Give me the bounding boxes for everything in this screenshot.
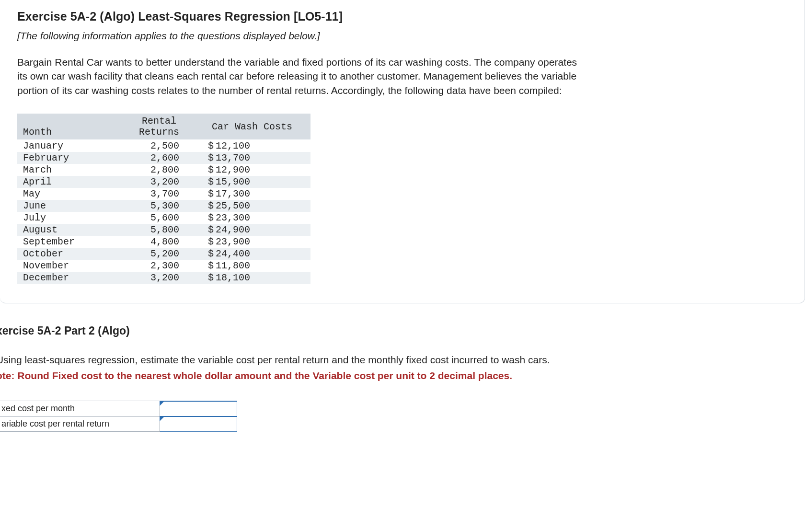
returns-cell: 4,800 [125, 236, 194, 248]
currency-cell: $ [194, 188, 214, 200]
cell-marker-icon [160, 401, 164, 406]
cost-cell: 24,900 [214, 224, 310, 236]
currency-cell: $ [194, 248, 214, 260]
returns-cell: 2,800 [125, 164, 194, 176]
part2-note: ote: Round Fixed cost to the nearest who… [0, 370, 805, 382]
table-row: ariable cost per rental return [0, 416, 237, 432]
exercise-body: Bargain Rental Car wants to better under… [17, 55, 583, 97]
table-row: April3,200$15,900 [17, 176, 310, 188]
table-row: December3,200$18,100 [17, 272, 310, 284]
table-row: October5,200$24,400 [17, 248, 310, 260]
currency-cell: $ [194, 272, 214, 284]
cost-cell: 24,400 [214, 248, 310, 260]
returns-cell: 5,600 [125, 212, 194, 224]
returns-cell: 5,300 [125, 200, 194, 212]
currency-cell: $ [194, 224, 214, 236]
fixed-cost-label: xed cost per month [0, 401, 160, 416]
returns-cell: 2,300 [125, 260, 194, 272]
month-cell: May [17, 188, 125, 200]
returns-cell: 3,200 [125, 176, 194, 188]
cost-cell: 15,900 [214, 176, 310, 188]
cost-cell: 13,700 [214, 152, 310, 164]
variable-cost-label: ariable cost per rental return [0, 416, 160, 432]
month-cell: January [17, 140, 125, 152]
cost-cell: 17,300 [214, 188, 310, 200]
part2-title: xercise 5A-2 Part 2 (Algo) [0, 324, 805, 337]
fixed-cost-input[interactable] [160, 402, 237, 416]
cell-marker-icon [160, 416, 164, 421]
table-row: xed cost per month [0, 401, 237, 416]
part2-question: Using least-squares regression, estimate… [0, 353, 600, 367]
fixed-cost-cell[interactable] [160, 401, 237, 416]
currency-cell: $ [194, 152, 214, 164]
returns-cell: 5,800 [125, 224, 194, 236]
cost-cell: 12,900 [214, 164, 310, 176]
table-row: June5,300$25,500 [17, 200, 310, 212]
currency-cell: $ [194, 140, 214, 152]
month-cell: February [17, 152, 125, 164]
table-row: March2,800$12,900 [17, 164, 310, 176]
currency-cell: $ [194, 200, 214, 212]
cost-cell: 25,500 [214, 200, 310, 212]
returns-cell: 5,200 [125, 248, 194, 260]
table-row: January2,500$12,100 [17, 140, 310, 152]
month-cell: July [17, 212, 125, 224]
cost-cell: 12,100 [214, 140, 310, 152]
col-header-costs: Car Wash Costs [194, 114, 310, 140]
col-header-returns: Rental Returns [125, 114, 194, 140]
month-cell: December [17, 272, 125, 284]
month-cell: April [17, 176, 125, 188]
returns-cell: 2,600 [125, 152, 194, 164]
currency-cell: $ [194, 164, 214, 176]
month-cell: August [17, 224, 125, 236]
currency-cell: $ [194, 260, 214, 272]
data-table: Month Rental Returns Car Wash Costs Janu… [17, 114, 310, 284]
currency-cell: $ [194, 176, 214, 188]
month-cell: March [17, 164, 125, 176]
month-cell: September [17, 236, 125, 248]
part2-section: xercise 5A-2 Part 2 (Algo) Using least-s… [0, 303, 805, 431]
exercise-panel: Exercise 5A-2 (Algo) Least-Squares Regre… [0, 0, 805, 303]
table-row: February2,600$13,700 [17, 152, 310, 164]
table-row: August5,800$24,900 [17, 224, 310, 236]
table-row: November2,300$11,800 [17, 260, 310, 272]
cost-cell: 11,800 [214, 260, 310, 272]
exercise-subtitle: [The following information applies to th… [17, 30, 787, 42]
col-header-month: Month [17, 114, 125, 140]
table-row: September4,800$23,900 [17, 236, 310, 248]
currency-cell: $ [194, 236, 214, 248]
variable-cost-input[interactable] [160, 417, 237, 431]
cost-cell: 18,100 [214, 272, 310, 284]
month-cell: November [17, 260, 125, 272]
currency-cell: $ [194, 212, 214, 224]
cost-cell: 23,300 [214, 212, 310, 224]
exercise-title: Exercise 5A-2 (Algo) Least-Squares Regre… [17, 10, 787, 23]
cost-cell: 23,900 [214, 236, 310, 248]
returns-cell: 3,200 [125, 272, 194, 284]
month-cell: June [17, 200, 125, 212]
table-row: July5,600$23,300 [17, 212, 310, 224]
variable-cost-cell[interactable] [160, 416, 237, 432]
table-row: May3,700$17,300 [17, 188, 310, 200]
answer-table: xed cost per month ariable cost per rent… [0, 401, 237, 432]
returns-cell: 2,500 [125, 140, 194, 152]
month-cell: October [17, 248, 125, 260]
returns-cell: 3,700 [125, 188, 194, 200]
